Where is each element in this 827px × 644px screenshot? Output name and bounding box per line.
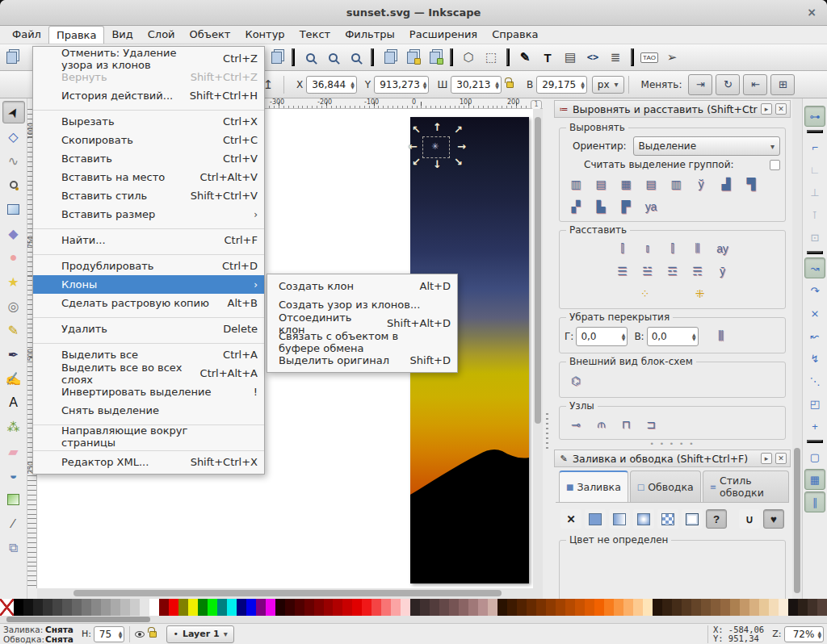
menuitem-find[interactable]: Найти... Ctrl+F ›: [33, 231, 264, 249]
node-tool[interactable]: ◇: [2, 125, 25, 148]
overlap-h-field[interactable]: 0,0 ▲▼: [576, 327, 628, 346]
palette-swatch[interactable]: [43, 599, 52, 616]
fill-stroke-indicator[interactable]: Заливка: Снята Обводка: Снята: [0, 625, 73, 644]
snap-grid-button[interactable]: ▦: [804, 469, 825, 490]
scale-handle-s[interactable]: ↓: [433, 161, 442, 169]
ellipse-tool[interactable]: ●: [2, 246, 25, 269]
palette-swatch[interactable]: [623, 599, 633, 616]
align-bottom-edges[interactable]: ▙: [590, 196, 612, 216]
palette-swatch[interactable]: [691, 599, 701, 616]
palette-swatch[interactable]: [410, 599, 420, 616]
snap-midpoints-button[interactable]: ⋱: [804, 370, 825, 391]
palette-swatch[interactable]: [585, 599, 594, 616]
palette-swatch[interactable]: [740, 599, 749, 616]
palette-swatch[interactable]: [237, 599, 246, 616]
panel-close-button[interactable]: ✕: [775, 103, 787, 115]
palette-swatch[interactable]: [788, 599, 798, 616]
palette-swatch[interactable]: [401, 599, 410, 616]
snap-nodes-button[interactable]: ↝: [804, 257, 825, 278]
align-center-vertical[interactable]: ▦: [615, 174, 637, 194]
palette-swatch[interactable]: [381, 599, 391, 616]
palette-swatch[interactable]: [62, 599, 72, 616]
palette-swatch[interactable]: [324, 599, 334, 616]
palette-swatch[interactable]: [159, 599, 169, 616]
palette-swatch[interactable]: [285, 599, 295, 616]
palette-swatch[interactable]: [730, 599, 740, 616]
menu-file[interactable]: Файл: [5, 26, 48, 44]
align-top-edges[interactable]: ▜: [740, 174, 762, 194]
palette-swatch[interactable]: [23, 599, 33, 616]
palette-swatch[interactable]: [711, 599, 720, 616]
tweak-tool[interactable]: ∿: [2, 149, 25, 172]
palette-swatch[interactable]: [817, 599, 827, 616]
palette-swatch[interactable]: [362, 599, 372, 616]
menuitem-undo[interactable]: Отменить: Удаление узора из клонов Ctrl+…: [33, 49, 264, 68]
box3d-tool[interactable]: ◆: [2, 222, 25, 245]
layer-dropdown[interactable]: • Layer 1 ▾: [166, 625, 233, 643]
palette-swatch[interactable]: [342, 599, 352, 616]
panel-close-button[interactable]: ✕: [775, 453, 787, 464]
menu-text[interactable]: Текст: [292, 26, 338, 44]
palette-swatch[interactable]: [556, 599, 565, 616]
pen-tool[interactable]: ✒: [2, 343, 25, 366]
palette-swatch[interactable]: [459, 599, 468, 616]
node-align-vertical[interactable]: ⊐: [640, 414, 662, 434]
remove-overlaps-button[interactable]: ⫴: [710, 326, 733, 346]
selected-object[interactable]: ✳: [431, 141, 439, 152]
tab-stroke-style[interactable]: ≡Стиль обводки: [703, 470, 789, 502]
scale-handle-w[interactable]: ←: [409, 143, 418, 151]
menuitem-duplicate[interactable]: Продублировать Ctrl+D ›: [33, 257, 264, 275]
palette-swatch[interactable]: [662, 599, 672, 616]
palette-swatch[interactable]: [352, 599, 362, 616]
align-dialog-icon[interactable]: ≣: [604, 47, 627, 68]
menu-view[interactable]: Вид: [104, 26, 140, 44]
fill-rule-nonzero-button[interactable]: ♥: [763, 509, 784, 529]
palette-swatch[interactable]: [91, 599, 101, 616]
menuitem-make-bitmap-copy[interactable]: Сделать растровую копию Alt+B ›: [33, 294, 264, 312]
height-field[interactable]: 29,175 ▲▼: [536, 76, 587, 94]
palette-swatch[interactable]: [449, 599, 459, 616]
anchor-dropdown[interactable]: Выделение ▾: [633, 136, 780, 156]
menuitem-paste-size[interactable]: Вставить размер ›: [33, 205, 264, 224]
menu-path[interactable]: Контур: [237, 26, 292, 44]
menuitem-delete[interactable]: Удалить Delete ›: [33, 320, 264, 338]
menu-separator[interactable]: ›: [33, 312, 264, 320]
affect-scale-corners-toggle[interactable]: ⊞: [770, 74, 795, 95]
menu-help[interactable]: Справка: [485, 26, 545, 44]
menuitem-create-clone[interactable]: Создать клон Alt+D ›: [267, 277, 457, 295]
menuitem-select-all-layers[interactable]: Выделить все во всех слоях Ctrl+Alt+A ›: [33, 364, 264, 383]
zoom-field[interactable]: 72% ▲▼: [784, 626, 824, 642]
layer-lock-icon[interactable]: [149, 631, 157, 638]
zoom-tool[interactable]: [2, 174, 25, 196]
group-icon[interactable]: ⬡: [457, 47, 480, 68]
scale-handle-ne[interactable]: ↗: [454, 126, 463, 134]
affect-rotate-toggle[interactable]: ↻: [716, 74, 740, 95]
distribute-text-vertical[interactable]: ӯ: [712, 261, 734, 281]
distribute-centers-horizontal[interactable]: ⫾: [636, 238, 659, 258]
palette-swatch[interactable]: [14, 599, 23, 616]
menuitem-paste[interactable]: Вставить Ctrl+V ›: [33, 149, 264, 168]
spiral-tool[interactable]: ◎: [2, 295, 25, 317]
align-left-edges[interactable]: ▤: [590, 174, 612, 194]
palette-swatch[interactable]: [798, 599, 808, 616]
snap-smooth-nodes-button[interactable]: ↯: [804, 348, 825, 369]
palette-swatch[interactable]: [304, 599, 314, 616]
unclump-button[interactable]: ⁘: [634, 283, 657, 303]
palette-swatch[interactable]: [720, 599, 730, 616]
palette-swatch[interactable]: [101, 599, 111, 616]
align-text-anchor-vertical[interactable]: ў: [690, 174, 712, 194]
paint-bucket-tool[interactable]: ◒: [2, 464, 25, 487]
palette-swatch[interactable]: [527, 599, 536, 616]
title-bar[interactable]: sunset.svg — Inkscape ×: [0, 0, 827, 26]
zoom-selection-icon[interactable]: [299, 47, 321, 68]
palette-swatch[interactable]: [701, 599, 711, 616]
spinner-arrows-icon[interactable]: ▲▼: [581, 81, 585, 89]
palette-swatch[interactable]: [430, 599, 439, 616]
snap-line-midpoints-button[interactable]: ◰: [804, 393, 825, 414]
align-panel-header[interactable]: ≔ Выровнять и расставить (Shift+Ctrl+A) …: [554, 100, 791, 118]
spinner-arrows-icon[interactable]: ▲▼: [351, 81, 355, 89]
snap-guides-button[interactable]: ∥: [804, 491, 825, 512]
zoom-page-icon[interactable]: [344, 47, 367, 68]
palette-swatch[interactable]: [604, 599, 614, 616]
palette-swatch[interactable]: [682, 599, 691, 616]
